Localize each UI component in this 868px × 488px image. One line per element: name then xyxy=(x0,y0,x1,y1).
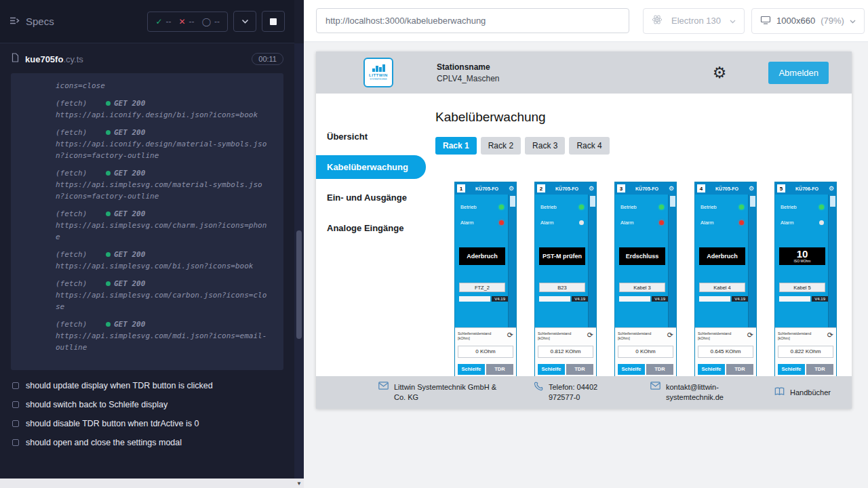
collapse-all-button[interactable] xyxy=(233,11,256,32)
scrollbar-thumb[interactable] xyxy=(296,230,302,339)
spec-file-row[interactable]: kue705fo.cy.ts 00:11 xyxy=(0,43,294,72)
alarm-label: Alarm xyxy=(540,220,554,226)
specs-sidebar-toggle[interactable]: Specs xyxy=(9,16,54,27)
url-input[interactable] xyxy=(316,8,629,33)
request-status-dot-icon xyxy=(106,101,111,106)
stop-run-button[interactable] xyxy=(262,11,285,32)
device-card: 4KÜ705-FO⚙BetriebAlarmAderbruchKabel 4V4… xyxy=(694,182,757,376)
measurement-value: 0.645 KOhm xyxy=(698,346,753,358)
tab-rack-3[interactable]: Rack 3 xyxy=(525,137,565,155)
betrieb-led-icon xyxy=(739,205,744,209)
log-meta-line: (fetch)GET 200 xyxy=(11,278,283,289)
sidebar-item-ein-und-ausg-nge[interactable]: Ein- und Ausgänge xyxy=(316,186,426,209)
browser-selector[interactable]: Electron 130 xyxy=(643,8,745,34)
littwin-logo: LITTWIN SYSTEMTECHNIK xyxy=(363,58,393,87)
footer-item-littwin[interactable]: Littwin Systemtechnik GmbH & Co. KG xyxy=(378,382,508,403)
version-bar xyxy=(779,296,810,302)
device-settings-gear-icon[interactable]: ⚙ xyxy=(829,186,834,192)
schleife-button[interactable]: Schleife xyxy=(778,364,805,375)
test-item[interactable]: should switch back to Schleife display xyxy=(12,400,283,409)
network-log-entry[interactable]: (fetch)GET 200https://api.simplesvg.com/… xyxy=(11,208,283,243)
cable-name-field[interactable]: B23 xyxy=(539,283,585,292)
schleife-button[interactable]: Schleife xyxy=(698,364,725,375)
device-side-rail[interactable] xyxy=(828,195,836,327)
device-card-body: BetriebAlarmPST-M prüfenB23V4.19 xyxy=(535,195,596,327)
device-settings-gear-icon[interactable]: ⚙ xyxy=(509,186,514,192)
test-item[interactable]: should disable TDR button when tdrActive… xyxy=(12,419,283,428)
log-meta-line: (fetch)GET 200 xyxy=(11,167,283,179)
sidebar-item-bersicht[interactable]: Übersicht xyxy=(316,125,426,148)
firmware-version: V4.19 xyxy=(652,296,668,302)
main-content: Kabelüberwachung Rack 1Rack 2Rack 3Rack … xyxy=(426,94,852,376)
device-side-rail[interactable] xyxy=(668,195,676,327)
alarm-led-icon xyxy=(659,220,664,225)
test-stats: ✓-- ✕-- ◯-- xyxy=(147,12,228,32)
network-log-entry[interactable]: (fetch)GET 200https://api.iconify.design… xyxy=(11,98,283,121)
network-log-entry[interactable]: (fetch)GET 200https://api.iconify.design… xyxy=(11,127,283,161)
device-settings-gear-icon[interactable]: ⚙ xyxy=(669,186,674,192)
network-log-entry[interactable]: (fetch)GET 200https://api.simplesvg.com/… xyxy=(11,319,283,353)
measurement-header: Schleifenwiderstand [kOhm]⟳ xyxy=(698,331,753,341)
sidebar-item-kabel-berwachung[interactable]: Kabelüberwachung xyxy=(316,155,426,179)
measurement-label: Schleifenwiderstand [kOhm] xyxy=(458,331,497,341)
request-status: GET 200 xyxy=(114,249,145,260)
test-item[interactable]: should update display when TDR button is… xyxy=(12,381,283,390)
device-status-display: Erdschluss xyxy=(619,247,665,265)
tdr-button[interactable]: TDR xyxy=(486,364,513,375)
measurement-value: 0 KOhm xyxy=(458,346,513,358)
betrieb-label: Betrieb xyxy=(781,204,797,210)
footer-text: Handbücher xyxy=(790,388,831,398)
refresh-icon[interactable]: ⟳ xyxy=(667,331,673,339)
device-settings-gear-icon[interactable]: ⚙ xyxy=(589,186,594,192)
schleife-button[interactable]: Schleife xyxy=(538,364,565,375)
schleife-button[interactable]: Schleife xyxy=(458,364,485,375)
network-log-entry[interactable]: (fetch)GET 200https://api.simplesvg.com/… xyxy=(11,278,283,312)
runner-horizontal-scrollbar[interactable] xyxy=(0,479,294,488)
network-log-entry[interactable]: (fetch)GET 200https://api.simplesvg.com/… xyxy=(11,167,283,202)
network-log-entry[interactable]: (fetch)GET 200https://api.simplesvg.com/… xyxy=(11,249,283,272)
cable-name-field[interactable]: Kabel 5 xyxy=(779,283,825,292)
logout-button[interactable]: Abmelden xyxy=(768,62,829,84)
footer-item-kontakt-littwin-systemtechnik-de[interactable]: kontakt@littwin-systemtechnik.de xyxy=(650,382,749,403)
device-status-display: PST-M prüfen xyxy=(539,247,585,265)
device-card-header: 3KÜ705-FO⚙ xyxy=(615,182,676,195)
betrieb-led-icon xyxy=(659,205,664,209)
footer-text: Littwin Systemtechnik GmbH & Co. KG xyxy=(394,382,508,403)
tdr-button[interactable]: TDR xyxy=(806,364,833,375)
device-side-rail[interactable] xyxy=(748,195,756,327)
cable-name-field[interactable]: Kabel 3 xyxy=(619,283,665,292)
refresh-icon[interactable]: ⟳ xyxy=(747,331,753,339)
tdr-button[interactable]: TDR xyxy=(566,364,593,375)
tdr-button[interactable]: TDR xyxy=(726,364,753,375)
tab-rack-1[interactable]: Rack 1 xyxy=(435,137,477,155)
request-status-dot-icon xyxy=(106,281,111,286)
footer-item-handb-cher[interactable]: Handbücher xyxy=(774,388,831,398)
cypress-runner-panel: Specs ✓-- ✕-- ◯-- kue705fo.cy.ts 00:11 xyxy=(0,0,304,488)
settings-gear-icon[interactable]: ⚙ xyxy=(713,65,727,81)
refresh-icon[interactable]: ⟳ xyxy=(827,331,833,339)
refresh-icon[interactable]: ⟳ xyxy=(507,331,513,339)
runner-vertical-scrollbar[interactable] xyxy=(294,43,304,479)
test-item[interactable]: should open and close the settings modal xyxy=(12,438,283,447)
footer-item-telefon[interactable]: Telefon: 04402 972577-0 xyxy=(534,382,625,403)
tdr-button[interactable]: TDR xyxy=(646,364,673,375)
device-card-body: BetriebAlarmErdschlussKabel 3V4.19 xyxy=(615,195,676,327)
log-meta-line: (fetch)GET 200 xyxy=(11,249,283,260)
version-bar xyxy=(699,296,730,302)
scrollbar-down-arrow[interactable]: ▼ xyxy=(294,479,304,488)
tab-rack-2[interactable]: Rack 2 xyxy=(481,137,521,155)
rail-indicator xyxy=(670,196,675,207)
tab-rack-4[interactable]: Rack 4 xyxy=(569,137,609,155)
specs-menu-icon xyxy=(9,16,20,27)
viewport-size-selector[interactable]: 1000x660 (79%) xyxy=(751,8,865,34)
cable-name-field[interactable]: FTZ_2 xyxy=(459,283,505,292)
request-url: https://api.simplesvg.com/mdi.json?icons… xyxy=(11,330,283,353)
device-side-rail[interactable] xyxy=(588,195,596,327)
device-settings-gear-icon[interactable]: ⚙ xyxy=(749,186,754,192)
cable-name-field[interactable]: Kabel 4 xyxy=(699,283,745,292)
schleife-button[interactable]: Schleife xyxy=(618,364,645,375)
refresh-icon[interactable]: ⟳ xyxy=(587,331,593,339)
device-side-rail[interactable] xyxy=(508,195,516,327)
sidebar-item-analoge-eing-nge[interactable]: Analoge Eingänge xyxy=(316,216,426,240)
measurement-buttons: SchleifeTDR xyxy=(698,364,753,375)
